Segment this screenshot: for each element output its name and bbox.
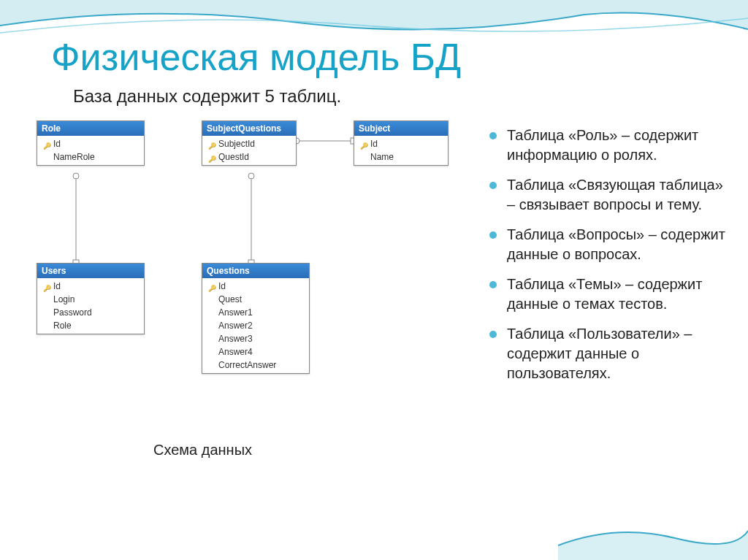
slide-title: Физическая модель БД xyxy=(51,35,461,79)
primary-key-icon xyxy=(360,140,367,147)
table-subjectquestions: SubjectQuestions SubjectId QuestId xyxy=(202,120,297,166)
table-field: Login xyxy=(40,293,141,306)
table-field: NameRole xyxy=(40,150,141,164)
svg-point-7 xyxy=(248,173,254,179)
list-item: Таблица «Связующая таблица» – связывает … xyxy=(489,175,726,215)
list-item: Таблица «Роль» – содержит информацию о р… xyxy=(489,126,726,165)
table-field: Answer1 xyxy=(205,306,306,319)
table-field: Role xyxy=(40,319,141,332)
table-subject: Subject Id Name xyxy=(354,120,449,166)
primary-key-icon xyxy=(208,153,215,161)
table-field: Name xyxy=(357,150,445,164)
primary-key-icon xyxy=(208,140,215,147)
table-field: Answer2 xyxy=(205,319,306,332)
table-field: SubjectId xyxy=(205,137,293,150)
table-field: Id xyxy=(357,137,445,150)
svg-point-1 xyxy=(73,173,79,179)
table-header: Subject xyxy=(354,121,448,136)
list-item: Таблица «Пользователи» – содержит данные… xyxy=(489,324,726,383)
table-field: Id xyxy=(40,137,141,150)
table-field: Answer4 xyxy=(205,345,306,358)
primary-key-icon xyxy=(208,283,215,290)
table-field: Quest xyxy=(205,293,306,306)
decorative-wave-bottom xyxy=(558,509,748,560)
table-field: CorrectAnswer xyxy=(205,358,306,372)
table-field: Id xyxy=(40,280,141,293)
primary-key-icon xyxy=(43,283,50,290)
table-header: Questions xyxy=(202,264,309,278)
table-header: Users xyxy=(37,264,144,278)
primary-key-icon xyxy=(43,140,50,147)
table-field: Password xyxy=(40,306,141,319)
table-questions: Questions Id Quest Answer1 Answer2 Answe… xyxy=(202,263,310,374)
table-users: Users Id Login Password Role xyxy=(37,263,145,334)
table-field: QuestId xyxy=(205,150,293,164)
list-item: Таблица «Вопросы» – содержит данные о во… xyxy=(489,225,726,264)
bullet-list: Таблица «Роль» – содержит информацию о р… xyxy=(489,126,726,394)
list-item: Таблица «Темы» – содержит данные о темах… xyxy=(489,275,726,314)
table-header: Role xyxy=(37,121,144,136)
slide-subtitle: База данных содержит 5 таблиц. xyxy=(73,86,341,107)
table-header: SubjectQuestions xyxy=(202,121,296,136)
table-field: Answer3 xyxy=(205,332,306,345)
database-diagram: Role Id NameRole SubjectQuestions Subjec… xyxy=(34,120,472,471)
table-field: Id xyxy=(205,280,306,293)
diagram-caption: Схема данных xyxy=(153,442,252,459)
table-role: Role Id NameRole xyxy=(37,120,145,166)
